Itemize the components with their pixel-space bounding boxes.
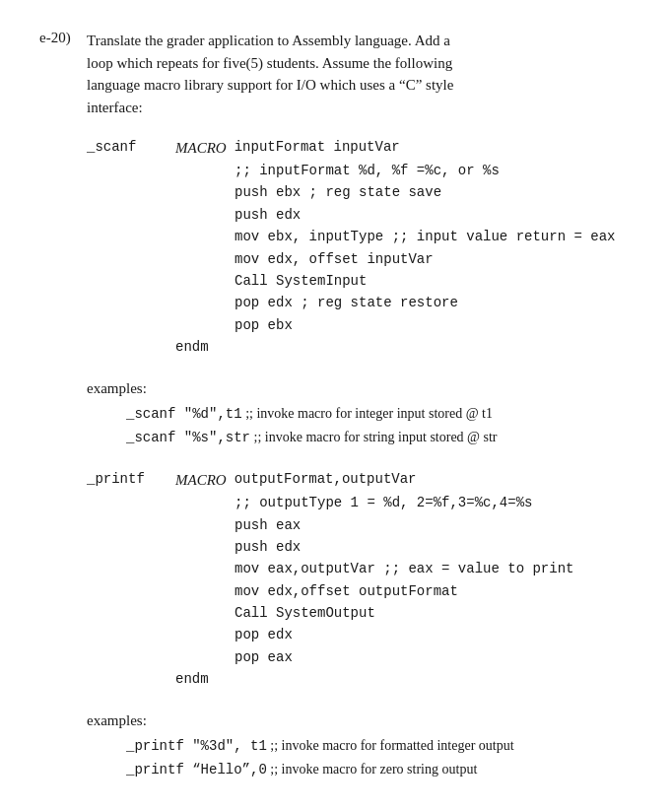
- scanf-section: _scanf MACRO inputFormat inputVar ;; inp…: [87, 136, 633, 782]
- printf-example-0: _printf "%3d", t1 ;; invoke macro for fo…: [126, 734, 633, 759]
- scanf-macro-body: ;; inputFormat %d, %f =%c, or %s push eb…: [235, 160, 633, 336]
- scanf-body-4: Call SystemInput: [235, 270, 633, 292]
- scanf-body-5: pop edx ; reg state restore: [235, 292, 633, 313]
- scanf-macro-block: _scanf MACRO inputFormat inputVar ;; inp…: [87, 136, 633, 359]
- scanf-comment: ;; inputFormat %d, %f =%c, or %s: [235, 160, 633, 181]
- scanf-macro-header: _scanf MACRO inputFormat inputVar: [87, 136, 633, 160]
- scanf-example-1-comment: ;; invoke macro for string input stored …: [250, 430, 497, 444]
- scanf-examples-label: examples:: [87, 376, 633, 400]
- problem-line3: language macro library support for I/O w…: [87, 77, 453, 93]
- printf-macro-name: _printf: [87, 468, 175, 492]
- printf-body-3: mov edx,offset outputFormat: [235, 580, 633, 602]
- problem-line1: Translate the grader application to Asse…: [87, 33, 450, 48]
- scanf-body-2: mov ebx, inputType ;; input value return…: [235, 226, 633, 247]
- scanf-example-1: _scanf "%s",str ;; invoke macro for stri…: [126, 426, 633, 450]
- printf-macro-keyword: MACRO: [175, 468, 227, 492]
- printf-body-0: push eax: [235, 514, 633, 536]
- printf-example-1-code: _printf “Hello”,0: [126, 762, 267, 777]
- scanf-macro-name: _scanf: [87, 136, 175, 160]
- scanf-body-6: pop ebx: [235, 314, 633, 336]
- scanf-example-0: _scanf "%d",t1 ;; invoke macro for integ…: [126, 402, 633, 427]
- scanf-endm: endm: [175, 336, 633, 358]
- printf-body-1: push edx: [235, 536, 633, 558]
- printf-macro-block: _printf MACRO outputFormat,outputVar ;; …: [87, 468, 633, 691]
- printf-body-4: Call SystemOutput: [235, 602, 633, 624]
- printf-examples-label: examples:: [87, 709, 633, 732]
- printf-macro-header: _printf MACRO outputFormat,outputVar: [87, 468, 633, 492]
- printf-comment: ;; outputType 1 = %d, 2=%f,3=%c,4=%s: [235, 492, 633, 513]
- problem-line2: loop which repeats for five(5) students.…: [87, 55, 452, 71]
- printf-example-0-comment: ;; invoke macro for formatted integer ou…: [267, 738, 514, 753]
- scanf-examples-section: examples: _scanf "%d",t1 ;; invoke macro…: [87, 376, 633, 451]
- scanf-example-0-code: _scanf "%d",t1: [126, 406, 242, 422]
- scanf-body-1: push edx: [235, 204, 633, 226]
- printf-example-0-code: _printf "%3d", t1: [126, 738, 267, 754]
- problem-container: e-20) Translate the grader application t…: [39, 30, 633, 118]
- scanf-body-3: mov edx, offset inputVar: [235, 248, 633, 270]
- problem-line4: interface:: [87, 100, 143, 115]
- printf-examples-section: examples: _printf "%3d", t1 ;; invoke ma…: [87, 709, 633, 783]
- printf-macro-body: ;; outputType 1 = %d, 2=%f,3=%c,4=%s pus…: [235, 492, 633, 668]
- scanf-body-0: push ebx ; reg state save: [235, 181, 633, 203]
- problem-label: e-20): [39, 30, 79, 118]
- printf-body-6: pop eax: [235, 646, 633, 668]
- printf-example-1-comment: ;; invoke macro for zero string output: [267, 762, 477, 777]
- scanf-example-1-code: _scanf "%s",str: [126, 430, 250, 445]
- scanf-macro-keyword: MACRO: [175, 136, 227, 160]
- printf-body-5: pop edx: [235, 624, 633, 645]
- printf-body-2: mov eax,outputVar ;; eax = value to prin…: [235, 558, 633, 579]
- printf-example-1: _printf “Hello”,0 ;; invoke macro for ze…: [126, 758, 633, 782]
- printf-endm: endm: [175, 668, 633, 690]
- printf-macro-params: outputFormat,outputVar: [235, 468, 417, 492]
- problem-text: Translate the grader application to Asse…: [87, 30, 453, 118]
- scanf-macro-params: inputFormat inputVar: [235, 136, 400, 160]
- scanf-example-0-comment: ;; invoke macro for integer input stored…: [242, 406, 493, 421]
